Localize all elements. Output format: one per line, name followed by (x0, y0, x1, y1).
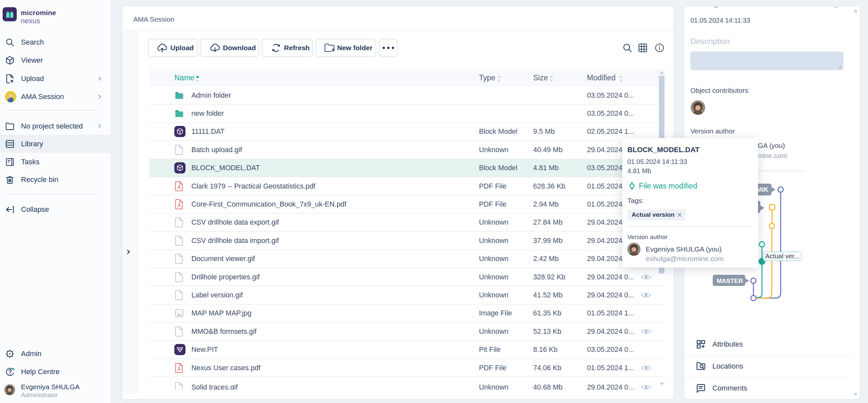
svg-text:MIK: MIK (756, 186, 769, 193)
svg-text:MASTER: MASTER (717, 277, 743, 284)
svg-text:Actual ver...: Actual ver... (765, 253, 800, 260)
